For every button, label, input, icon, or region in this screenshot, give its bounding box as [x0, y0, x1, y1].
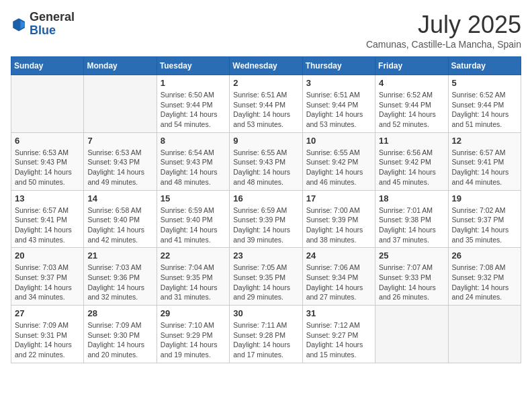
calendar-cell: 27Sunrise: 7:09 AM Sunset: 9:31 PM Dayli… [11, 306, 84, 363]
day-number: 1 [161, 78, 226, 88]
calendar-cell: 12Sunrise: 6:57 AM Sunset: 9:41 PM Dayli… [448, 132, 521, 190]
day-number: 31 [306, 308, 371, 318]
day-info: Sunrise: 7:04 AM Sunset: 9:35 PM Dayligh… [161, 263, 226, 302]
day-info: Sunrise: 6:55 AM Sunset: 9:42 PM Dayligh… [306, 148, 371, 187]
logo-general-text: General [30, 10, 75, 24]
day-info: Sunrise: 6:52 AM Sunset: 9:44 PM Dayligh… [452, 90, 517, 130]
weekday-header-monday: Monday [84, 57, 157, 75]
weekday-header-tuesday: Tuesday [157, 57, 229, 75]
day-info: Sunrise: 6:56 AM Sunset: 9:42 PM Dayligh… [379, 148, 444, 187]
calendar-table: SundayMondayTuesdayWednesdayThursdayFrid… [11, 56, 521, 363]
calendar-cell: 13Sunrise: 6:57 AM Sunset: 9:41 PM Dayli… [11, 190, 84, 248]
calendar-cell [11, 75, 84, 133]
calendar-cell: 18Sunrise: 7:01 AM Sunset: 9:38 PM Dayli… [375, 190, 448, 248]
weekday-header-thursday: Thursday [302, 57, 375, 75]
day-number: 10 [306, 136, 371, 146]
day-number: 7 [87, 136, 152, 146]
day-info: Sunrise: 6:53 AM Sunset: 9:43 PM Dayligh… [15, 148, 80, 187]
weekday-header-row: SundayMondayTuesdayWednesdayThursdayFrid… [11, 57, 521, 75]
logo-icon [11, 16, 27, 32]
calendar-cell: 7Sunrise: 6:53 AM Sunset: 9:43 PM Daylig… [84, 132, 157, 190]
calendar-cell: 23Sunrise: 7:05 AM Sunset: 9:35 PM Dayli… [230, 248, 302, 306]
day-info: Sunrise: 6:59 AM Sunset: 9:40 PM Dayligh… [161, 205, 226, 245]
calendar-cell: 22Sunrise: 7:04 AM Sunset: 9:35 PM Dayli… [157, 248, 229, 306]
month-title: July 2025 [366, 11, 521, 39]
day-info: Sunrise: 7:09 AM Sunset: 9:30 PM Dayligh… [87, 320, 152, 360]
calendar-cell: 24Sunrise: 7:06 AM Sunset: 9:34 PM Dayli… [302, 248, 375, 306]
calendar-cell: 28Sunrise: 7:09 AM Sunset: 9:30 PM Dayli… [84, 306, 157, 363]
calendar-cell: 1Sunrise: 6:50 AM Sunset: 9:44 PM Daylig… [157, 75, 229, 133]
day-info: Sunrise: 7:02 AM Sunset: 9:37 PM Dayligh… [452, 205, 517, 245]
day-info: Sunrise: 6:51 AM Sunset: 9:44 PM Dayligh… [233, 90, 298, 130]
day-info: Sunrise: 6:58 AM Sunset: 9:40 PM Dayligh… [87, 205, 152, 245]
weekday-header-friday: Friday [375, 57, 448, 75]
calendar-cell: 9Sunrise: 6:55 AM Sunset: 9:43 PM Daylig… [230, 132, 302, 190]
calendar-cell: 10Sunrise: 6:55 AM Sunset: 9:42 PM Dayli… [302, 132, 375, 190]
day-number: 5 [452, 78, 517, 88]
day-info: Sunrise: 6:53 AM Sunset: 9:43 PM Dayligh… [87, 148, 152, 187]
day-info: Sunrise: 6:51 AM Sunset: 9:44 PM Dayligh… [306, 90, 371, 130]
calendar-cell: 3Sunrise: 6:51 AM Sunset: 9:44 PM Daylig… [302, 75, 375, 133]
calendar-cell: 19Sunrise: 7:02 AM Sunset: 9:37 PM Dayli… [448, 190, 521, 248]
day-number: 28 [87, 308, 152, 318]
day-info: Sunrise: 7:03 AM Sunset: 9:37 PM Dayligh… [15, 263, 80, 302]
day-number: 25 [379, 250, 444, 261]
calendar-cell: 26Sunrise: 7:08 AM Sunset: 9:32 PM Dayli… [448, 248, 521, 306]
day-number: 12 [452, 136, 517, 146]
day-number: 16 [233, 193, 298, 203]
day-number: 23 [233, 250, 298, 261]
day-info: Sunrise: 7:03 AM Sunset: 9:36 PM Dayligh… [87, 263, 152, 302]
calendar-cell: 11Sunrise: 6:56 AM Sunset: 9:42 PM Dayli… [375, 132, 448, 190]
day-number: 27 [15, 308, 80, 318]
calendar-cell [448, 306, 521, 363]
calendar-cell: 15Sunrise: 6:59 AM Sunset: 9:40 PM Dayli… [157, 190, 229, 248]
calendar-cell: 2Sunrise: 6:51 AM Sunset: 9:44 PM Daylig… [230, 75, 302, 133]
day-number: 22 [161, 250, 226, 261]
day-number: 30 [233, 308, 298, 318]
day-info: Sunrise: 7:12 AM Sunset: 9:27 PM Dayligh… [306, 320, 371, 360]
day-number: 4 [379, 78, 444, 88]
day-number: 6 [15, 136, 80, 146]
calendar-cell: 31Sunrise: 7:12 AM Sunset: 9:27 PM Dayli… [302, 306, 375, 363]
calendar-cell: 25Sunrise: 7:07 AM Sunset: 9:33 PM Dayli… [375, 248, 448, 306]
calendar-cell: 17Sunrise: 7:00 AM Sunset: 9:39 PM Dayli… [302, 190, 375, 248]
calendar-week-5: 27Sunrise: 7:09 AM Sunset: 9:31 PM Dayli… [11, 306, 521, 363]
day-number: 3 [306, 78, 371, 88]
day-number: 19 [452, 193, 517, 203]
day-info: Sunrise: 7:09 AM Sunset: 9:31 PM Dayligh… [15, 320, 80, 360]
logo: General Blue [11, 11, 75, 38]
day-info: Sunrise: 7:11 AM Sunset: 9:28 PM Dayligh… [233, 320, 298, 360]
day-info: Sunrise: 7:10 AM Sunset: 9:29 PM Dayligh… [161, 320, 226, 360]
calendar-cell: 21Sunrise: 7:03 AM Sunset: 9:36 PM Dayli… [84, 248, 157, 306]
title-block: July 2025 Camunas, Castille-La Mancha, S… [366, 11, 521, 50]
weekday-header-wednesday: Wednesday [230, 57, 302, 75]
day-info: Sunrise: 7:07 AM Sunset: 9:33 PM Dayligh… [379, 263, 444, 302]
day-number: 11 [379, 136, 444, 146]
day-number: 21 [87, 250, 152, 261]
day-number: 18 [379, 193, 444, 203]
calendar-cell: 8Sunrise: 6:54 AM Sunset: 9:43 PM Daylig… [157, 132, 229, 190]
calendar-cell: 16Sunrise: 6:59 AM Sunset: 9:39 PM Dayli… [230, 190, 302, 248]
day-number: 8 [161, 136, 226, 146]
day-info: Sunrise: 6:50 AM Sunset: 9:44 PM Dayligh… [161, 90, 226, 130]
day-number: 13 [15, 193, 80, 203]
calendar-cell: 30Sunrise: 7:11 AM Sunset: 9:28 PM Dayli… [230, 306, 302, 363]
calendar-cell: 14Sunrise: 6:58 AM Sunset: 9:40 PM Dayli… [84, 190, 157, 248]
day-info: Sunrise: 6:54 AM Sunset: 9:43 PM Dayligh… [161, 148, 226, 187]
day-number: 15 [161, 193, 226, 203]
day-number: 26 [452, 250, 517, 261]
day-info: Sunrise: 7:08 AM Sunset: 9:32 PM Dayligh… [452, 263, 517, 302]
location-title: Camunas, Castille-La Mancha, Spain [366, 39, 521, 50]
calendar-week-1: 1Sunrise: 6:50 AM Sunset: 9:44 PM Daylig… [11, 75, 521, 133]
calendar-cell [375, 306, 448, 363]
day-info: Sunrise: 7:05 AM Sunset: 9:35 PM Dayligh… [233, 263, 298, 302]
day-info: Sunrise: 6:57 AM Sunset: 9:41 PM Dayligh… [452, 148, 517, 187]
day-info: Sunrise: 6:57 AM Sunset: 9:41 PM Dayligh… [15, 205, 80, 245]
calendar-cell [84, 75, 157, 133]
day-info: Sunrise: 6:52 AM Sunset: 9:44 PM Dayligh… [379, 90, 444, 130]
calendar-cell: 6Sunrise: 6:53 AM Sunset: 9:43 PM Daylig… [11, 132, 84, 190]
day-number: 29 [161, 308, 226, 318]
day-info: Sunrise: 7:00 AM Sunset: 9:39 PM Dayligh… [306, 205, 371, 245]
day-info: Sunrise: 7:06 AM Sunset: 9:34 PM Dayligh… [306, 263, 371, 302]
calendar-cell: 4Sunrise: 6:52 AM Sunset: 9:44 PM Daylig… [375, 75, 448, 133]
